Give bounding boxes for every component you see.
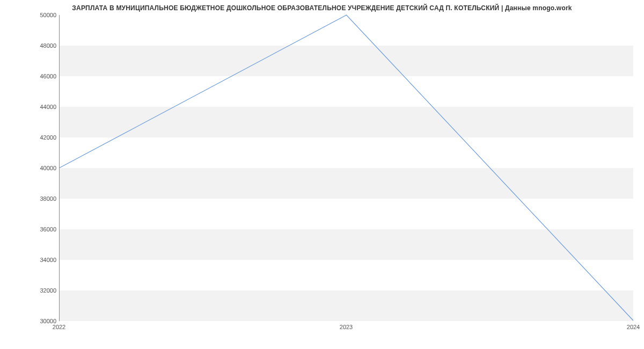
data-line (60, 15, 633, 321)
plot-area (59, 15, 633, 321)
y-tick-label: 40000 (30, 165, 56, 171)
y-tick-label: 42000 (30, 134, 56, 141)
y-tick-label: 48000 (30, 42, 56, 49)
chart-container: 3000032000340003600038000400004200044000… (38, 15, 633, 332)
chart-title: ЗАРПЛАТА В МУНИЦИПАЛЬНОЕ БЮДЖЕТНОЕ ДОШКО… (0, 0, 644, 12)
line-chart-svg (60, 15, 633, 321)
y-tick-label: 44000 (30, 104, 56, 110)
y-tick-label: 46000 (30, 73, 56, 79)
x-tick-label: 2024 (627, 324, 640, 330)
y-tick-label: 38000 (30, 195, 56, 202)
y-tick-label: 34000 (30, 257, 56, 263)
y-tick-label: 36000 (30, 226, 56, 232)
y-tick-label: 50000 (30, 12, 56, 18)
x-tick-label: 2023 (340, 324, 353, 330)
x-tick-label: 2022 (53, 324, 65, 330)
y-tick-label: 32000 (30, 287, 56, 294)
